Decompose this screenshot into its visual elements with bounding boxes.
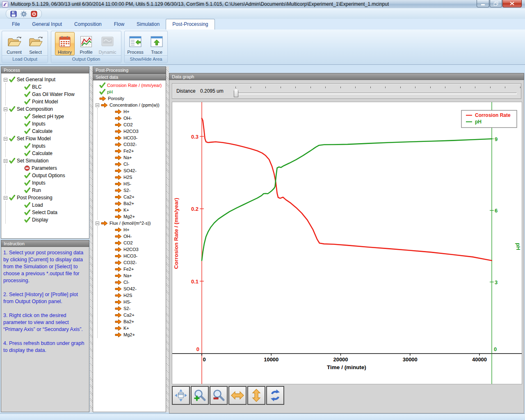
tree-item-mg2[interactable]: Mg2+	[98, 213, 166, 220]
tree-item-h[interactable]: H+	[98, 108, 166, 115]
close-button[interactable]	[502, 0, 522, 7]
tree-item-h2co3[interactable]: H2CO3	[98, 128, 166, 135]
restore-button[interactable]	[490, 0, 502, 7]
zoom-out-button[interactable]	[210, 386, 228, 405]
tree-item-ba2[interactable]: Ba2+	[98, 318, 166, 325]
tree-item-ba2[interactable]: Ba2+	[98, 200, 166, 207]
tree-item-concentration-ppm-w[interactable]: Concentration / (ppm(w))	[93, 102, 166, 108]
tree-item-inputs[interactable]: Inputs	[6, 142, 89, 150]
collapse-box[interactable]	[4, 196, 7, 200]
process-button[interactable]: Process	[126, 32, 145, 55]
zoom-in-button[interactable]	[191, 386, 209, 405]
tree-item-set-general-input[interactable]: Set General Input	[1, 76, 89, 83]
tree-item-s2[interactable]: S2-	[98, 305, 166, 312]
gear-button[interactable]	[21, 11, 27, 17]
tree-item-porosity[interactable]: Porosity	[93, 95, 166, 102]
tree-item-set-composition[interactable]: Set Composition	[1, 105, 89, 113]
slider-track[interactable]	[234, 93, 517, 94]
tree-item-hco3[interactable]: HCO3-	[98, 135, 166, 141]
tree-item-co32[interactable]: CO32-	[98, 141, 166, 148]
collapse-box[interactable]	[96, 221, 99, 225]
tree-item-output-options[interactable]: Output Options	[6, 172, 89, 179]
history-button[interactable]: History	[55, 32, 75, 55]
tree-item-corrosion-rate-mm-year[interactable]: Corrosion Rate / (mm/year)	[93, 82, 166, 89]
tab-flow[interactable]: Flow	[108, 19, 130, 30]
tree-item-so42[interactable]: SO42-	[98, 285, 166, 292]
tree-item-set-flow-model[interactable]: Set Flow Model	[1, 135, 89, 142]
tree-item-mg2[interactable]: Mg2+	[98, 331, 166, 338]
tree-item-blc[interactable]: BLC	[6, 83, 89, 91]
tree-item-hs[interactable]: HS-	[98, 180, 166, 187]
tree-item-cl[interactable]: Cl-	[98, 161, 166, 167]
tree-item-h2co3[interactable]: H2CO3	[98, 246, 166, 253]
tree-item-set-simulation[interactable]: Set Simulation	[1, 157, 89, 164]
slider-thumb[interactable]	[234, 89, 238, 97]
tree-item-ca2[interactable]: Ca2+	[98, 312, 166, 318]
tree-item-cl[interactable]: Cl-	[98, 279, 166, 285]
tree-item-point-model[interactable]: Point Model	[6, 98, 89, 105]
tree-item-calculate[interactable]: Calculate	[6, 128, 89, 135]
tree-item-hs[interactable]: HS-	[98, 299, 166, 305]
instruction-panel: Instruction 1. Select your post processi…	[1, 240, 89, 412]
current-button[interactable]: Current	[5, 32, 24, 55]
splitter-left[interactable]	[90, 66, 93, 412]
minimize-button[interactable]	[477, 0, 489, 7]
tree-item-calculate[interactable]: Calculate	[6, 150, 89, 157]
tree-item-co2[interactable]: CO2	[98, 121, 166, 128]
pan-button[interactable]	[172, 386, 190, 405]
collapse-box[interactable]	[4, 78, 7, 82]
tree-item-so42[interactable]: SO42-	[98, 167, 166, 174]
splitter-right[interactable]	[166, 66, 169, 412]
tree-item-k[interactable]: K+	[98, 325, 166, 331]
tree-item-oh[interactable]: OH-	[98, 115, 166, 121]
select-button[interactable]: Select	[26, 32, 46, 55]
arrow-icon	[115, 234, 122, 239]
tree-item-na[interactable]: Na+	[98, 272, 166, 279]
tree-item-inputs[interactable]: Inputs	[6, 120, 89, 128]
distance-slider[interactable]	[233, 84, 518, 98]
tree-item-h2s[interactable]: H2S	[98, 174, 166, 180]
tree-item-ph[interactable]: pH	[93, 89, 166, 95]
collapse-box[interactable]	[96, 103, 99, 107]
tree-item-select-ph-type[interactable]: Select pH type	[6, 113, 89, 120]
collapse-box[interactable]	[4, 107, 7, 111]
tab-simulation[interactable]: Simulation	[130, 19, 166, 30]
profile-button[interactable]: Profile	[76, 32, 96, 55]
expand-vertical-button[interactable]	[247, 386, 265, 405]
power-button[interactable]	[31, 11, 37, 17]
tree-item-s2[interactable]: S2-	[98, 187, 166, 194]
tree-item-co32[interactable]: CO32-	[98, 259, 166, 266]
tree-item-ca2[interactable]: Ca2+	[98, 194, 166, 200]
tab-composition[interactable]: Composition	[68, 19, 108, 30]
tab-file[interactable]: File	[6, 19, 26, 30]
tree-item-hco3[interactable]: HCO3-	[98, 253, 166, 259]
refresh-button[interactable]	[266, 386, 284, 405]
tree-item-load[interactable]: Load	[6, 201, 89, 209]
tree-item-inputs[interactable]: Inputs	[6, 179, 89, 187]
arrow-icon	[115, 332, 122, 338]
tree-item-h[interactable]: H+	[98, 226, 166, 233]
tree-item-oh[interactable]: OH-	[98, 233, 166, 240]
tab-general-input[interactable]: General Input	[26, 19, 68, 30]
trace-button[interactable]: Trace	[147, 32, 167, 55]
tree-item-fe2[interactable]: Fe2+	[98, 266, 166, 272]
tree-item-fe2[interactable]: Fe2+	[98, 148, 166, 154]
tree-item-flux-kmol-m-2-s[interactable]: Flux / (kmol/(m^2-s))	[93, 220, 166, 226]
tree-item-display[interactable]: Display	[6, 216, 89, 224]
tree-item-co2[interactable]: CO2	[98, 240, 166, 246]
tree-item-post-processing[interactable]: Post Processing	[1, 194, 89, 201]
tree-item-k[interactable]: K+	[98, 207, 166, 213]
collapse-box[interactable]	[4, 137, 7, 141]
tab-post-processing[interactable]: Post-Processing	[166, 19, 215, 30]
tree-item-gas-oil-water-flow[interactable]: Gas Oil Water Flow	[6, 91, 89, 98]
tree-item-parameters[interactable]: Parameters	[6, 164, 89, 172]
tree-item-select-data[interactable]: Select Data	[6, 209, 89, 216]
tree-item-na[interactable]: Na+	[98, 154, 166, 161]
expand-horizontal-button[interactable]	[228, 386, 247, 405]
collapse-box[interactable]	[4, 159, 7, 163]
save-button[interactable]	[10, 11, 17, 17]
left-tick-label: 0.3	[191, 134, 199, 140]
dynamic-button[interactable]: Dynamic	[98, 32, 117, 55]
tree-item-run[interactable]: Run	[6, 187, 89, 194]
tree-item-h2s[interactable]: H2S	[98, 292, 166, 299]
